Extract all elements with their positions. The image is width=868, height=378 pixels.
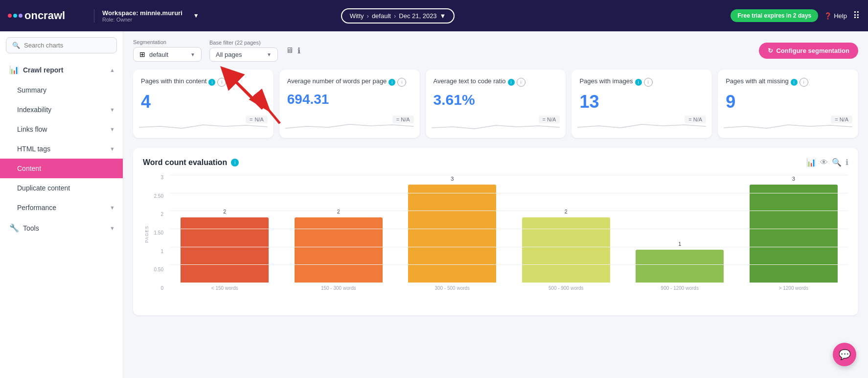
sidebar-item-html-tags[interactable]: HTML tags ▼ — [0, 139, 123, 159]
x-label-5: > 1200 words — [739, 285, 849, 291]
free-trial-button[interactable]: Free trial expires in 2 days — [731, 9, 818, 22]
y-tick-0: 0 — [160, 285, 163, 291]
metric-title-images: Pages with images — [579, 77, 633, 86]
metric-card-thin-content: Pages with thin content i i 4 = N/A — [133, 70, 274, 138]
nav-right: Free trial expires in 2 days ❓ Help ⠿ — [731, 9, 860, 22]
bar-3[interactable] — [522, 217, 610, 283]
info-icon-btn[interactable]: ℹ — [297, 46, 300, 55]
info-dot-images[interactable]: i — [635, 79, 642, 86]
info-circle-ratio[interactable]: i — [517, 78, 525, 87]
sidebar-item-performance[interactable]: Performance ▼ — [0, 198, 123, 217]
info-circle-alt[interactable]: i — [799, 78, 808, 87]
help-label: Help — [834, 12, 847, 20]
bar-label-top-2: 3 — [451, 176, 454, 182]
sidebar-item-links-flow[interactable]: Links flow ▼ — [0, 119, 123, 139]
logo-dot-purple — [19, 14, 23, 18]
workspace-info: Workspace: minnie.mururi Role: Owner — [94, 9, 183, 23]
metric-value-images: 13 — [579, 92, 704, 112]
logo-dot-cyan — [13, 14, 17, 18]
chart-area: 2 2 3 2 — [170, 175, 848, 283]
breadcrumb-pill[interactable]: Witty › default › Dec 21, 2023 ▼ — [341, 8, 455, 24]
x-label-1: 150 - 300 words — [284, 285, 394, 291]
main-layout: 🔍 📊 Crawl report ▲ Summary Indexability … — [0, 31, 868, 378]
info-circle-thin[interactable]: i — [217, 78, 226, 87]
chat-fab[interactable]: 💬 — [833, 343, 856, 366]
bar-4[interactable] — [636, 250, 724, 283]
sidebar-item-indexability[interactable]: Indexability ▼ — [0, 100, 123, 119]
chart-header: Word count evaluation i 📊 👁 🔍 ℹ — [143, 158, 848, 167]
sidebar-item-tools[interactable]: 🔧 Tools ▼ — [0, 217, 123, 238]
metric-title-words: Average number of words per page — [287, 77, 387, 86]
chat-icon: 💬 — [839, 349, 851, 360]
info-circle-words[interactable]: i — [397, 78, 406, 87]
apps-grid-icon[interactable]: ⠿ — [853, 10, 860, 22]
logo-dot-red — [8, 14, 12, 18]
chart-info-dot[interactable]: i — [231, 159, 239, 166]
search-input[interactable] — [24, 42, 111, 49]
chart-search-icon-btn[interactable]: 🔍 — [832, 158, 842, 167]
breadcrumb-sep2: › — [394, 12, 396, 20]
sidebar-item-duplicate-content[interactable]: Duplicate content — [0, 178, 123, 198]
metric-info-images: Pages with images i i — [579, 77, 704, 88]
chart-eye-icon-btn[interactable]: 👁 — [820, 158, 828, 167]
help-question-icon: ❓ — [824, 12, 832, 20]
html-tags-arrow: ▼ — [110, 146, 115, 152]
bar-1[interactable] — [295, 217, 383, 283]
monitor-icon-btn[interactable]: 🖥 — [286, 46, 294, 55]
breadcrumb-site: Witty — [350, 12, 364, 20]
chart-title: Word count evaluation — [143, 158, 227, 167]
x-label-2: 300 - 500 words — [397, 285, 507, 291]
base-filter-select[interactable]: All pages ▼ — [209, 47, 278, 62]
help-link[interactable]: ❓ Help — [824, 12, 847, 20]
metric-info-ratio: Average text to code ratio i i — [434, 77, 558, 88]
bar-2[interactable] — [408, 185, 496, 283]
crawl-report-icon: 📊 — [9, 65, 19, 74]
base-filter-arrow: ▼ — [267, 52, 272, 57]
bar-5[interactable] — [750, 185, 838, 283]
sidebar-label-summary: Summary — [17, 86, 46, 94]
metric-title-thin: Pages with thin content — [141, 77, 206, 86]
refresh-icon: ↻ — [768, 47, 773, 54]
metric-value-words: 694.31 — [287, 92, 412, 107]
bar-group-4: 1 — [625, 175, 735, 283]
sidebar-label-content: Content — [17, 165, 41, 172]
sidebar-label-html-tags: HTML tags — [17, 145, 50, 153]
segmentation-label: Segmentation — [133, 39, 202, 45]
info-dot-alt[interactable]: i — [791, 79, 798, 86]
sidebar-item-content[interactable]: Content — [0, 159, 123, 178]
sidebar-label-links-flow: Links flow — [17, 125, 47, 133]
metric-info-thin: Pages with thin content i i — [141, 77, 266, 88]
sidebar-item-crawl-report[interactable]: 📊 Crawl report ▲ — [0, 59, 123, 80]
base-filter-label: Base filter (22 pages) — [209, 40, 278, 46]
workspace-name: Workspace: minnie.mururi — [102, 9, 183, 17]
bar-group-3: 2 — [511, 175, 621, 283]
logo: oncrawl — [8, 9, 86, 22]
info-circle-images[interactable]: i — [644, 78, 653, 87]
workspace-dropdown-arrow[interactable]: ▼ — [193, 12, 199, 19]
metric-card-pages-images: Pages with images i i 13 = N/A — [571, 70, 712, 138]
bar-chart-container: PAGES 3 2.50 2 1.50 1 0.50 0 — [143, 175, 848, 306]
chart-bar-icon-btn[interactable]: 📊 — [806, 158, 816, 167]
sidebar-label-performance: Performance — [17, 204, 56, 212]
x-label-3: 500 - 900 words — [511, 285, 621, 291]
info-dot-ratio[interactable]: i — [508, 79, 515, 86]
bar-label-top-0: 2 — [223, 209, 226, 214]
chart-info-icon-btn[interactable]: ℹ — [845, 158, 848, 167]
breadcrumb-env: default — [372, 12, 391, 20]
bar-label-top-3: 2 — [565, 209, 568, 214]
search-box[interactable]: 🔍 — [6, 37, 117, 53]
configure-segmentation-label: Configure segmentation — [776, 47, 849, 54]
metric-title-alt: Pages with alt missing — [726, 77, 789, 86]
info-dot-words[interactable]: i — [388, 79, 395, 86]
sidebar-label-indexability: Indexability — [17, 106, 51, 114]
configure-segmentation-button[interactable]: ↻ Configure segmentation — [759, 43, 858, 59]
bar-group-0: 2 — [170, 175, 280, 283]
segmentation-select[interactable]: ⊞ default ▼ — [133, 47, 202, 62]
bar-0[interactable] — [181, 217, 269, 283]
logo-text: oncrawl — [24, 9, 65, 22]
sidebar-label-crawl-report: Crawl report — [23, 66, 63, 74]
info-dot-thin[interactable]: i — [208, 79, 215, 86]
links-flow-arrow: ▼ — [110, 126, 115, 132]
logo-icon — [8, 14, 23, 18]
sidebar-item-summary[interactable]: Summary — [0, 80, 123, 100]
